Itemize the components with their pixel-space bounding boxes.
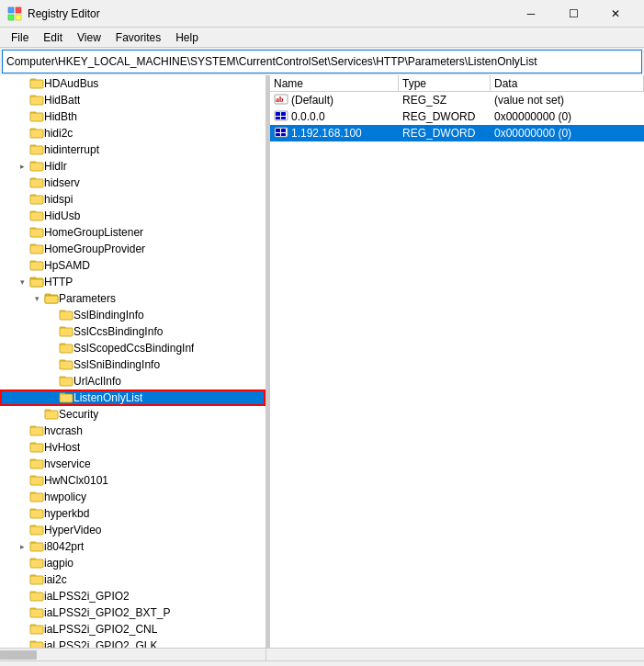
tree-item[interactable]: hwpolicy (0, 489, 266, 505)
menu-item-file[interactable]: File (4, 29, 36, 46)
menu-item-edit[interactable]: Edit (36, 29, 70, 46)
registry-values-list[interactable]: ab (Default)REG_SZ(value not set) 0.0.0.… (270, 92, 644, 648)
tree-item[interactable]: ▸ Hidlr (0, 158, 266, 175)
svg-rect-59 (30, 510, 43, 518)
column-data-header[interactable]: Data (491, 75, 644, 91)
tree-item[interactable]: iaLPSS2i_GPIO2_GLK (0, 638, 266, 648)
tree-item-label: SslSniBindingInfo (73, 358, 160, 371)
tree-scroll[interactable]: HDAudBus HidBatt HidBth hidi2c hidinterr… (0, 75, 266, 648)
tree-item[interactable]: iagpio (0, 555, 266, 571)
tree-item-label: hyperkbd (44, 507, 89, 520)
svg-rect-63 (30, 543, 43, 551)
dword-icon (274, 109, 288, 125)
address-input[interactable]: Computer\HKEY_LOCAL_MACHINE\SYSTEM\Curre… (6, 55, 638, 68)
folder-icon (29, 638, 44, 649)
tree-item[interactable]: hyperkbd (0, 505, 266, 522)
tree-item-label: hvcrash (44, 424, 83, 437)
status-bar: wsxdn.com▶ (0, 660, 644, 666)
folder-icon (29, 423, 44, 439)
svg-rect-11 (30, 130, 43, 138)
tree-item[interactable]: SslBindingInfo (0, 307, 266, 323)
svg-rect-79 (276, 112, 280, 116)
registry-name-text: (Default) (291, 94, 333, 107)
tree-item-label: SslScopedCcsBindingInf (73, 342, 194, 355)
tree-item[interactable]: iai2c (0, 571, 266, 588)
expand-arrow-icon[interactable]: ▸ (15, 542, 29, 551)
tree-item[interactable]: hidspi (0, 191, 266, 208)
tree-item[interactable]: Security (0, 406, 266, 423)
tree-item-label: HTTP (44, 276, 73, 288)
expand-arrow-icon[interactable]: ▾ (29, 294, 44, 303)
right-panel: Name Type Data ab (Default)REG_SZ(value … (270, 75, 644, 648)
tree-item[interactable]: HDAudBus (0, 75, 266, 92)
menu-item-favorites[interactable]: Favorites (108, 29, 168, 46)
svg-rect-23 (30, 229, 43, 237)
folder-icon (29, 142, 44, 158)
svg-rect-65 (30, 559, 43, 568)
close-button[interactable]: ✕ (594, 0, 637, 28)
tree-item[interactable]: HyperVideo (0, 522, 266, 538)
svg-rect-57 (30, 493, 43, 502)
tree-item[interactable]: SslCcsBindingInfo (0, 323, 266, 340)
registry-row[interactable]: 1.192.168.100REG_DWORD0x00000000 (0) (270, 125, 644, 141)
minimize-button[interactable]: ─ (510, 0, 552, 28)
tree-item[interactable]: HvHost (0, 439, 266, 456)
registry-type-cell: REG_DWORD (399, 127, 491, 140)
tree-item[interactable]: ▾ HTTP (0, 274, 266, 290)
tree-item[interactable]: SslScopedCcsBindingInf (0, 340, 266, 356)
tree-item-label: hidspi (44, 193, 73, 206)
tree-item[interactable]: hidserv (0, 175, 266, 191)
tree-item-label: UrlAclInfo (73, 375, 121, 388)
tree-item[interactable]: HidBth (0, 108, 266, 125)
menu-item-view[interactable]: View (70, 29, 108, 46)
window-controls: ─ ☐ ✕ (510, 0, 637, 28)
column-headers: Name Type Data (270, 75, 644, 92)
tree-item[interactable]: hvcrash (0, 423, 266, 439)
tree-item[interactable]: ListenOnlyList (0, 389, 266, 406)
menu-bar: FileEditViewFavoritesHelp (0, 28, 644, 48)
tree-item[interactable]: HpSAMD (0, 257, 266, 274)
tree-item[interactable]: iaLPSS2i_GPIO2_BXT_P (0, 604, 266, 621)
expand-arrow-icon[interactable]: ▾ (15, 277, 29, 287)
registry-data-cell: (value not set) (491, 94, 644, 107)
tree-item[interactable]: hidi2c (0, 125, 266, 141)
expand-arrow-icon[interactable]: ▸ (15, 162, 29, 171)
tree-hscroll[interactable] (0, 649, 266, 660)
registry-hscroll[interactable] (266, 649, 644, 660)
tree-item[interactable]: hvservice (0, 456, 266, 472)
tree-item[interactable]: HidUsb (0, 208, 266, 224)
registry-row[interactable]: ab (Default)REG_SZ(value not set) (270, 92, 644, 108)
maximize-button[interactable]: ☐ (552, 0, 594, 28)
tree-item[interactable]: SslSniBindingInfo (0, 356, 266, 373)
tree-item[interactable]: hidinterrupt (0, 141, 266, 158)
tree-item-label: SslBindingInfo (73, 309, 144, 322)
tree-item[interactable]: HidBatt (0, 92, 266, 108)
tree-item[interactable]: ▸ i8042prt (0, 538, 266, 555)
column-name-header[interactable]: Name (270, 75, 399, 91)
registry-type-cell: REG_SZ (399, 94, 491, 107)
tree-item[interactable]: HomeGroupProvider (0, 241, 266, 257)
registry-row[interactable]: 0.0.0.0REG_DWORD0x00000000 (0) (270, 108, 644, 125)
registry-name-text: 0.0.0.0 (291, 110, 325, 123)
tree-item-label: iagpio (44, 557, 73, 570)
title-bar: Registry Editor ─ ☐ ✕ (0, 0, 644, 28)
svg-rect-5 (30, 80, 43, 88)
svg-rect-35 (60, 311, 73, 320)
window-title: Registry Editor (28, 7, 100, 20)
folder-icon (29, 506, 44, 522)
svg-rect-13 (30, 146, 43, 154)
tree-item[interactable]: UrlAclInfo (0, 373, 266, 389)
tree-hscrollbar (0, 649, 266, 661)
column-type-header[interactable]: Type (399, 75, 491, 91)
folder-icon (59, 341, 73, 356)
tree-item[interactable]: iaLPSS2i_GPIO2 (0, 588, 266, 604)
address-bar[interactable]: Computer\HKEY_LOCAL_MACHINE\SYSTEM\Curre… (2, 50, 642, 73)
tree-item[interactable]: HomeGroupListener (0, 224, 266, 241)
svg-rect-85 (281, 129, 286, 132)
menu-item-help[interactable]: Help (168, 29, 206, 46)
tree-item[interactable]: HwNClx0101 (0, 472, 266, 489)
tree-item-label: iaLPSS2i_GPIO2_CNL (44, 623, 157, 636)
tree-item[interactable]: ▾ Parameters (0, 290, 266, 307)
tree-item-label: Security (59, 408, 98, 421)
tree-item[interactable]: iaLPSS2i_GPIO2_CNL (0, 621, 266, 638)
